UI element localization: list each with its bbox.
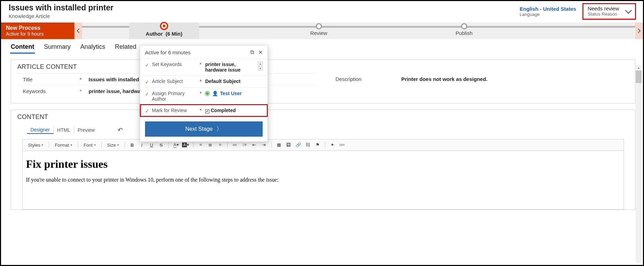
- flyout-title: Active for 6 minutes: [145, 49, 191, 55]
- text-color-button[interactable]: A▾: [172, 141, 180, 148]
- field-label: Title: [17, 76, 80, 82]
- close-icon[interactable]: ✕: [258, 49, 263, 56]
- editor-canvas[interactable]: Fix printer issues If you're unable to c…: [22, 151, 624, 210]
- section-title: ARTICLE CONTENT: [17, 63, 629, 73]
- ordered-list-button[interactable]: ≔: [231, 141, 239, 148]
- language-label: Language: [520, 12, 576, 17]
- circle-icon: [316, 23, 322, 29]
- check-icon: ✓: [145, 62, 150, 68]
- stage-publish[interactable]: Publish: [455, 22, 472, 36]
- description-field[interactable]: Description * Printer does not work as d…: [330, 73, 629, 85]
- process-info[interactable]: New Process Active for 9 hours: [1, 22, 74, 39]
- record-entity: Knowledge Article: [9, 13, 114, 19]
- language-field[interactable]: English - United States Language: [520, 6, 576, 17]
- chevron-down-icon: [625, 7, 632, 14]
- form-tabs: Content Summary Analytics Related: [1, 39, 643, 56]
- presence-icon: [205, 91, 209, 95]
- tab-summary[interactable]: Summary: [43, 41, 71, 54]
- flyout-row-review[interactable]: ✓ Mark for Review * ✓Completed: [140, 104, 267, 117]
- flyout-row-keywords[interactable]: ✓ Set Keywords * printer issue, hardware…: [140, 58, 267, 75]
- flyout-row-subject[interactable]: ✓ Article Subject * Default Subject: [140, 75, 267, 88]
- check-icon: ✓: [145, 91, 150, 97]
- stage-review[interactable]: Review: [310, 22, 327, 36]
- indent-button[interactable]: ⇥: [260, 141, 268, 148]
- undo-icon[interactable]: ↶: [118, 126, 123, 134]
- check-icon: ✓: [145, 108, 150, 114]
- align-left-button[interactable]: ≡: [197, 141, 205, 148]
- required-icon: *: [200, 91, 203, 96]
- content-heading: Fix printer issues: [26, 158, 620, 171]
- bg-color-button[interactable]: A▾: [182, 141, 190, 148]
- editor-tab-designer[interactable]: Designer: [27, 126, 54, 134]
- scroll-buttons[interactable]: ▴▾: [258, 62, 263, 71]
- content-paragraph: If you're unable to connect to your prin…: [26, 177, 620, 183]
- check-icon: ✓: [145, 79, 150, 85]
- format-dropdown[interactable]: Format▾: [53, 142, 74, 148]
- editor-mode-tabs: Designer HTML Preview ↶: [17, 123, 629, 136]
- status-value: Needs review: [588, 6, 619, 11]
- required-icon: *: [200, 79, 203, 84]
- styles-dropdown[interactable]: Styles▾: [26, 142, 45, 148]
- circle-icon: [461, 23, 467, 29]
- vertical-scrollbar[interactable]: ▴: [636, 65, 642, 263]
- chevron-right-icon: 〉: [216, 125, 223, 133]
- field-label: Description: [330, 76, 392, 82]
- required-icon: *: [80, 76, 82, 82]
- content-editor-section: CONTENT Designer HTML Preview ↶ Styles▾ …: [11, 110, 635, 210]
- div-button[interactable]: DIV: [338, 141, 346, 148]
- process-duration: Active for 9 hours: [6, 31, 70, 37]
- section-title: CONTENT: [17, 113, 629, 123]
- status-reason-field[interactable]: Needs review Status Reason: [582, 3, 636, 20]
- bullseye-icon: [160, 22, 168, 30]
- user-icon: 👤: [212, 91, 218, 96]
- outdent-button[interactable]: ⇤: [251, 141, 258, 148]
- stage-flyout: Active for 6 minutes ⧉ ✕ ✓ Set Keywords …: [140, 45, 268, 142]
- stage-author[interactable]: Author (6 Min): [129, 22, 199, 39]
- align-right-button[interactable]: ≡: [216, 141, 224, 148]
- underline-button[interactable]: U: [148, 141, 155, 148]
- bold-button[interactable]: B: [128, 141, 136, 148]
- recommended-icon: *: [80, 88, 82, 94]
- editor-tab-preview[interactable]: Preview: [74, 127, 98, 134]
- sparkle-button[interactable]: ✦: [329, 141, 336, 148]
- scroll-up-icon[interactable]: ▴: [636, 65, 642, 71]
- size-dropdown[interactable]: Size▾: [105, 142, 121, 148]
- font-dropdown[interactable]: Font▾: [82, 142, 98, 148]
- required-icon: *: [200, 62, 203, 67]
- tab-content[interactable]: Content: [10, 41, 35, 54]
- unordered-list-button[interactable]: ⁝≡: [241, 141, 248, 148]
- process-prev-button[interactable]: [74, 22, 82, 39]
- record-header: Issues with installed printer Knowledge …: [1, 1, 643, 22]
- process-name: New Process: [6, 25, 70, 31]
- status-label: Status Reason: [588, 11, 619, 17]
- link-button[interactable]: 🔗: [294, 141, 302, 148]
- popout-icon[interactable]: ⧉: [250, 49, 254, 56]
- strike-button[interactable]: S: [157, 141, 165, 148]
- image-button[interactable]: 🖼: [285, 141, 292, 148]
- flag-button[interactable]: ⚑: [314, 141, 321, 148]
- field-value: Printer does not work as designed.: [401, 76, 488, 82]
- tab-related[interactable]: Related: [114, 41, 137, 54]
- tab-analytics[interactable]: Analytics: [80, 41, 106, 54]
- editor-tab-html[interactable]: HTML: [54, 127, 74, 134]
- process-next-button[interactable]: [635, 22, 643, 39]
- next-stage-button[interactable]: Next Stage〉: [145, 121, 263, 137]
- required-icon: *: [200, 108, 203, 113]
- author-link[interactable]: Test User: [220, 91, 242, 96]
- unlink-button[interactable]: ⛓: [304, 141, 312, 148]
- record-title: Issues with installed printer: [9, 3, 114, 12]
- checkbox-icon[interactable]: ✓: [205, 109, 209, 113]
- language-value: English - United States: [520, 6, 576, 12]
- field-label: Keywords: [17, 88, 80, 94]
- italic-button[interactable]: I: [138, 141, 146, 148]
- scroll-thumb[interactable]: [636, 71, 642, 83]
- table-button[interactable]: ▦: [275, 141, 283, 148]
- editor-toolbar: Styles▾ Format▾ Font▾ Size▾ B I U S A▾ A…: [22, 139, 624, 151]
- business-process-flow: New Process Active for 9 hours Author (6…: [1, 22, 643, 39]
- align-center-button[interactable]: ≣: [207, 141, 214, 148]
- article-content-section: ARTICLE CONTENT Title * Issues with inst…: [11, 59, 635, 103]
- flyout-row-author[interactable]: ✓ Assign Primary Author * 👤 Test User: [140, 88, 267, 104]
